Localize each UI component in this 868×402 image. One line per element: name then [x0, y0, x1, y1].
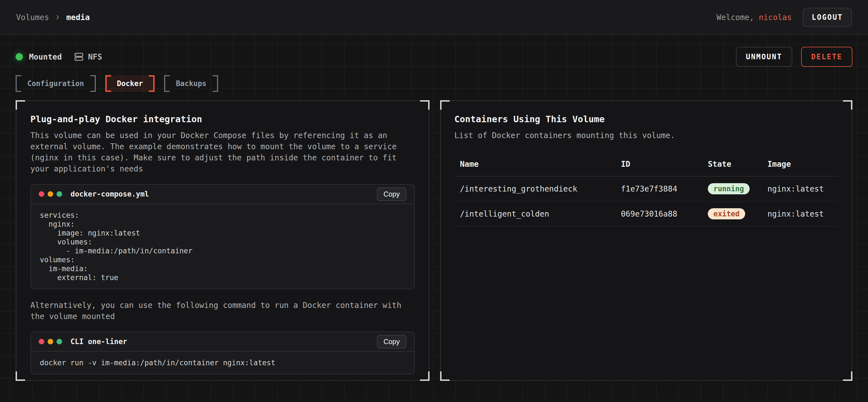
- window-dots: [39, 339, 62, 344]
- panel-corner-decoration: [440, 100, 450, 110]
- container-state-badge: running: [708, 183, 750, 194]
- docker-panel-description: This volume can be used in your Docker C…: [30, 130, 415, 174]
- window-dot-yellow-icon: [48, 339, 53, 344]
- container-name: /intelligent_colden: [454, 201, 615, 226]
- panel-corner-decoration: [843, 100, 852, 110]
- tab-bar: Configuration Docker Backups: [16, 75, 852, 92]
- containers-panel-title: Containers Using This Volume: [454, 114, 838, 125]
- panel-corner-decoration: [16, 371, 25, 381]
- username: nicolas: [759, 13, 792, 22]
- column-header-image: Image: [762, 160, 838, 176]
- compose-filename: docker-compose.yml: [70, 190, 149, 198]
- mounted-status-dot: [16, 53, 23, 60]
- nfs-type-label: NFS: [88, 52, 102, 62]
- tab-configuration[interactable]: Configuration: [16, 75, 96, 92]
- panel-corner-decoration: [420, 100, 430, 110]
- window-dot-red-icon: [39, 191, 44, 197]
- compose-code-block: docker-compose.yml Copy services: nginx:…: [30, 184, 415, 289]
- compose-code-block-header: docker-compose.yml Copy: [31, 185, 414, 204]
- topbar-right: Welcome, nicolas LOGOUT: [716, 8, 852, 27]
- panels-row: Plug-and-play Docker integration This vo…: [16, 100, 852, 381]
- top-bar: Volumes media Welcome, nicolas LOGOUT: [0, 0, 868, 35]
- tab-backups[interactable]: Backups: [164, 75, 218, 92]
- container-id: f1e73e7f3884: [615, 176, 702, 201]
- cli-code-block: CLI one-liner Copy docker run -v im-medi…: [30, 332, 415, 374]
- breadcrumb-volumes-link[interactable]: Volumes: [16, 13, 49, 22]
- unmount-button[interactable]: UNMOUNT: [736, 47, 793, 67]
- window-dot-green-icon: [57, 191, 62, 197]
- table-row: /intelligent_colden 069e73016a88 exited …: [454, 201, 838, 226]
- containers-table: Name ID State Image /interesting_grothen…: [454, 160, 838, 227]
- containers-panel: Containers Using This Volume List of Doc…: [440, 100, 852, 381]
- cli-alternative-text: Alternatively, you can use the following…: [30, 300, 415, 322]
- window-dot-red-icon: [39, 339, 44, 344]
- table-row: /interesting_grothendieck f1e73e7f3884 r…: [454, 176, 838, 201]
- delete-button[interactable]: DELETE: [801, 47, 852, 67]
- mounted-status-label: Mounted: [29, 52, 62, 62]
- copy-cli-button[interactable]: Copy: [377, 335, 406, 348]
- table-header-row: Name ID State Image: [454, 160, 838, 176]
- container-state-badge: exited: [708, 208, 745, 220]
- volume-actions: UNMOUNT DELETE: [736, 47, 853, 67]
- panel-corner-decoration: [16, 100, 25, 110]
- window-dot-green-icon: [57, 339, 62, 344]
- panel-corner-decoration: [843, 371, 852, 381]
- column-header-name: Name: [454, 160, 615, 176]
- panel-corner-decoration: [440, 371, 450, 381]
- welcome-text: Welcome, nicolas: [716, 13, 792, 22]
- cli-code-block-header: CLI one-liner Copy: [31, 332, 414, 351]
- welcome-label: Welcome,: [716, 13, 754, 22]
- container-name: /interesting_grothendieck: [454, 176, 615, 201]
- column-header-id: ID: [615, 160, 702, 176]
- chevron-right-icon: [54, 14, 61, 21]
- tab-docker[interactable]: Docker: [105, 75, 155, 92]
- container-id: 069e73016a88: [615, 201, 702, 226]
- window-dots: [39, 191, 62, 197]
- breadcrumb-current-volume: media: [66, 13, 90, 22]
- window-dot-yellow-icon: [48, 191, 53, 197]
- main-content: Mounted NFS UNMOUNT DELETE Configuration…: [0, 35, 868, 401]
- copy-compose-button[interactable]: Copy: [377, 187, 406, 201]
- column-header-state: State: [702, 160, 762, 176]
- panel-corner-decoration: [420, 371, 430, 381]
- container-image: nginx:latest: [762, 176, 838, 201]
- volume-status-row: Mounted NFS UNMOUNT DELETE: [16, 35, 852, 66]
- containers-panel-subtitle: List of Docker containers mounting this …: [454, 130, 838, 141]
- cli-block-title: CLI one-liner: [70, 337, 127, 346]
- cli-code-content: docker run -v im-media:/path/in/containe…: [31, 351, 414, 374]
- compose-code-content: services: nginx: image: nginx:latest vol…: [31, 204, 414, 289]
- docker-integration-panel: Plug-and-play Docker integration This vo…: [16, 100, 430, 381]
- docker-panel-title: Plug-and-play Docker integration: [30, 114, 415, 125]
- breadcrumb: Volumes media: [16, 13, 90, 22]
- server-icon: [73, 52, 84, 62]
- logout-button[interactable]: LOGOUT: [803, 8, 852, 27]
- container-image: nginx:latest: [762, 201, 838, 226]
